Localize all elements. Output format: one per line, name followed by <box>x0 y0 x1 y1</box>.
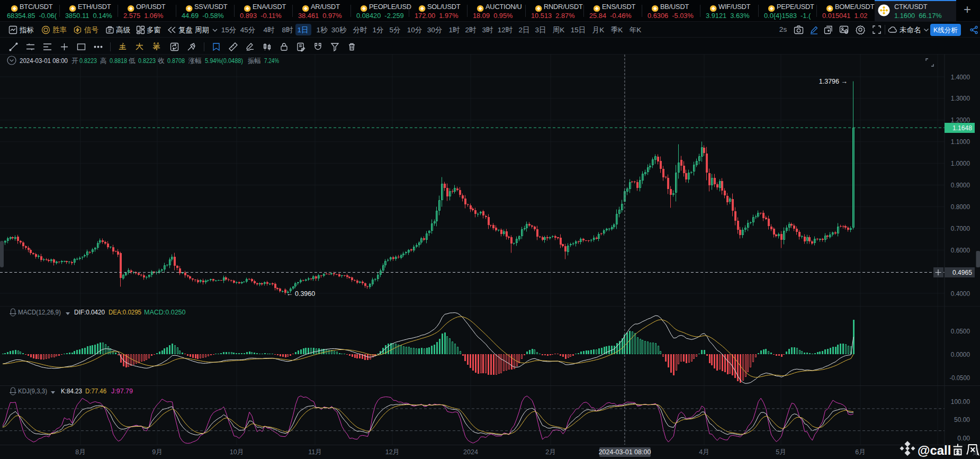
svg-text:振幅: 振幅 <box>248 57 261 65</box>
svg-text:0.0500: 0.0500 <box>951 328 970 335</box>
svg-text:0.7000: 0.7000 <box>951 225 970 232</box>
svg-text:0.8708: 0.8708 <box>167 57 185 65</box>
svg-text:KDJ(9,3,3): KDJ(9,3,3) <box>18 388 47 395</box>
svg-text:← 0.3960: ← 0.3960 <box>286 290 315 298</box>
svg-text:5月: 5月 <box>776 448 786 456</box>
svg-text:50.00: 50.00 <box>954 416 970 424</box>
svg-text:0.4965: 0.4965 <box>952 268 972 276</box>
svg-text:8月: 8月 <box>75 448 85 456</box>
svg-text:1.2000: 1.2000 <box>951 116 970 124</box>
svg-text:1.4000: 1.4000 <box>951 74 970 81</box>
svg-text:D:77.46: D:77.46 <box>85 388 106 395</box>
svg-text:MACD(12,26,9): MACD(12,26,9) <box>18 309 61 316</box>
svg-text:涨幅: 涨幅 <box>188 57 202 65</box>
svg-text:DEA:0.0295: DEA:0.0295 <box>109 309 141 316</box>
svg-text:高: 高 <box>100 57 107 65</box>
svg-text:0.0000: 0.0000 <box>951 351 970 358</box>
svg-text:0.00: 0.00 <box>957 435 970 442</box>
svg-text:低: 低 <box>129 57 136 65</box>
svg-text:6月: 6月 <box>855 448 865 456</box>
svg-text:1.1648: 1.1648 <box>952 124 972 132</box>
svg-text:100.00: 100.00 <box>951 398 970 406</box>
svg-text:0.6000: 0.6000 <box>951 247 970 254</box>
svg-text:0.8223: 0.8223 <box>79 57 97 65</box>
svg-text:1.3000: 1.3000 <box>951 95 970 102</box>
svg-text:11月: 11月 <box>308 448 321 456</box>
svg-text:7.24%: 7.24% <box>264 57 279 65</box>
svg-text:MACD:0.0250: MACD:0.0250 <box>144 309 186 316</box>
svg-text:0.8223: 0.8223 <box>138 57 156 65</box>
svg-text:-0.0500: -0.0500 <box>950 374 970 382</box>
svg-text:DIF:0.0420: DIF:0.0420 <box>74 309 105 316</box>
svg-text:4月: 4月 <box>699 448 709 456</box>
svg-text:开: 开 <box>71 57 78 65</box>
svg-text:2024: 2024 <box>463 448 478 456</box>
svg-text:0.8000: 0.8000 <box>951 203 970 211</box>
svg-text:2024-03-01 08:00: 2024-03-01 08:00 <box>20 57 68 65</box>
svg-text:0.9000: 0.9000 <box>951 182 970 189</box>
svg-text:2月: 2月 <box>545 448 555 456</box>
svg-text:1.0000: 1.0000 <box>951 160 970 167</box>
svg-text:9月: 9月 <box>152 448 162 456</box>
svg-text:2024-03-01 08:00: 2024-03-01 08:00 <box>599 448 651 456</box>
svg-text:J:97.79: J:97.79 <box>111 388 133 395</box>
svg-text:收: 收 <box>158 57 165 65</box>
svg-text:12月: 12月 <box>385 448 399 456</box>
svg-text:10月: 10月 <box>230 448 244 456</box>
svg-text:5.94%(0.0488): 5.94%(0.0488) <box>205 57 243 65</box>
svg-text:1.3796 →: 1.3796 → <box>819 78 848 85</box>
svg-text:@call: @call <box>918 443 951 457</box>
svg-text:0.8818: 0.8818 <box>110 57 127 65</box>
svg-text:0.4000: 0.4000 <box>951 290 970 298</box>
svg-text:1.1000: 1.1000 <box>951 138 970 146</box>
svg-text:K:84.23: K:84.23 <box>61 388 82 395</box>
